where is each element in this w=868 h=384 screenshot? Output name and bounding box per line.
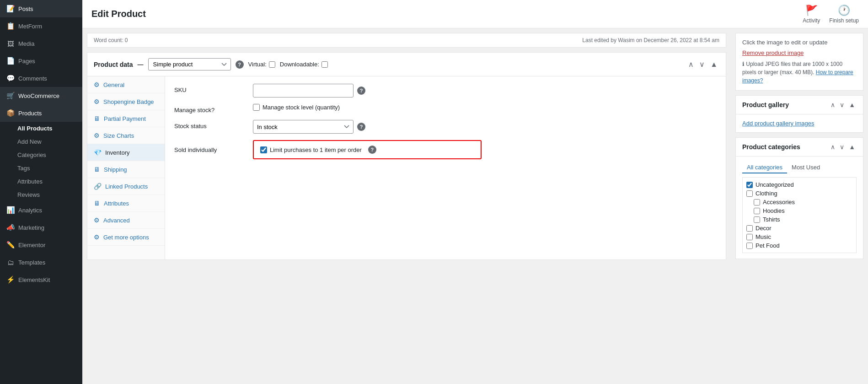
cat-checkbox-clothing[interactable]	[746, 190, 753, 197]
collapse-close-button[interactable]: ▲	[708, 59, 719, 70]
product-type-help-icon[interactable]: ?	[236, 60, 244, 69]
cat-label-uncategorized: Uncategorized	[755, 181, 794, 188]
stock-status-select[interactable]: In stock Out of stock On backorder	[253, 120, 354, 134]
remove-product-image-link[interactable]: Remove product image	[742, 49, 857, 56]
cat-item-pet-food[interactable]: Pet Food	[746, 242, 852, 249]
media-icon: 🖼	[6, 39, 15, 48]
collapse-up-button[interactable]: ∧	[686, 59, 696, 70]
linked-products-nav-icon: 🔗	[94, 183, 102, 190]
sidebar-subitem-add-new[interactable]: Add New	[0, 135, 82, 148]
nav-item-linked-products[interactable]: 🔗 Linked Products	[87, 178, 165, 195]
cat-checkbox-pet-food[interactable]	[746, 243, 753, 249]
cat-label-music: Music	[755, 233, 771, 240]
nav-item-advanced[interactable]: ⚙ Advanced	[87, 212, 165, 229]
categories-collapse-down-button[interactable]: ∨	[838, 142, 846, 151]
cat-item-uncategorized[interactable]: Uncategorized	[746, 181, 852, 188]
sidebar-item-posts[interactable]: 📝 Posts	[0, 0, 82, 17]
activity-button[interactable]: 🚩 Activity	[803, 5, 820, 24]
sold-individually-checkbox-text: Limit purchases to 1 item per order	[270, 146, 362, 153]
cat-checkbox-decor[interactable]	[746, 225, 753, 232]
nav-item-label: Attributes	[104, 200, 129, 207]
product-data-label: Product data	[94, 61, 133, 68]
sold-individually-check-label: Limit purchases to 1 item per order	[260, 146, 362, 153]
sidebar-item-label: Elementor	[18, 242, 45, 249]
collapse-down-button[interactable]: ∨	[697, 59, 707, 70]
sold-individually-checkbox[interactable]	[260, 146, 267, 153]
cat-checkbox-uncategorized[interactable]	[746, 182, 753, 188]
downloadable-checkbox[interactable]	[321, 61, 328, 68]
product-type-select[interactable]: Simple product Variable product Grouped …	[148, 58, 231, 70]
cat-item-clothing[interactable]: Clothing	[746, 190, 852, 197]
sidebar-item-marketing[interactable]: 📣 Marketing	[0, 219, 82, 236]
sidebar-subitem-reviews[interactable]: Reviews	[0, 188, 82, 201]
cat-tab-most-used[interactable]: Most Used	[787, 162, 825, 173]
nav-item-get-more-options[interactable]: ⚙ Get more options	[87, 229, 165, 246]
stock-status-help-icon[interactable]: ?	[357, 123, 365, 131]
manage-stock-checkbox-text: Manage stock level (quantity)	[263, 104, 340, 111]
nav-item-inventory[interactable]: 💎 Inventory	[87, 144, 165, 161]
add-gallery-images-link[interactable]: Add product gallery images	[742, 120, 814, 127]
nav-item-label: Linked Products	[105, 183, 148, 190]
categories-collapse-close-button[interactable]: ▲	[847, 142, 857, 151]
cat-item-accessories[interactable]: Accessories	[746, 199, 852, 206]
manage-stock-checkbox[interactable]	[253, 104, 260, 111]
activity-label: Activity	[803, 17, 820, 24]
cat-item-music[interactable]: Music	[746, 233, 852, 240]
product-image-widget: Click the image to edit or update Remove…	[735, 33, 863, 91]
sidebar-subitem-all-products[interactable]: All Products	[0, 122, 82, 135]
attributes-label: Attributes	[17, 178, 43, 185]
posts-icon: 📝	[6, 5, 15, 13]
sidebar-item-templates[interactable]: 🗂 Templates	[0, 254, 82, 271]
sidebar-item-woocommerce[interactable]: 🛒 WooCommerce	[0, 87, 82, 104]
nav-item-size-charts[interactable]: ⚙ Size Charts	[87, 127, 165, 144]
nav-item-label: Shipping	[104, 166, 127, 173]
gallery-collapse-up-button[interactable]: ∧	[829, 100, 836, 109]
finish-setup-button[interactable]: 🕐 Finish setup	[829, 5, 859, 24]
cat-checkbox-accessories[interactable]	[754, 199, 760, 206]
sidebar-item-analytics[interactable]: 📊 Analytics	[0, 201, 82, 219]
metform-icon: 📋	[6, 22, 15, 30]
sidebar-subitem-attributes[interactable]: Attributes	[0, 175, 82, 188]
nav-item-partial-payment[interactable]: 🖥 Partial Payment	[87, 110, 165, 127]
sidebar-item-comments[interactable]: 💬 Comments	[0, 70, 82, 87]
nav-item-shopengine-badge[interactable]: ⚙ Shopengine Badge	[87, 93, 165, 110]
cat-checkbox-tshirts[interactable]	[754, 216, 760, 223]
top-bar-actions: 🚩 Activity 🕐 Finish setup	[803, 5, 859, 24]
activity-icon: 🚩	[805, 5, 818, 16]
cat-label-pet-food: Pet Food	[755, 242, 780, 249]
gallery-collapse-down-button[interactable]: ∨	[838, 100, 846, 109]
sidebar-subitem-categories[interactable]: Categories	[0, 148, 82, 162]
sku-input[interactable]	[253, 84, 354, 97]
sidebar-item-label: WooCommerce	[18, 92, 59, 99]
sidebar-item-media[interactable]: 🖼 Media	[0, 35, 82, 52]
product-data-dash: —	[138, 61, 144, 68]
cat-checkbox-hoodies[interactable]	[754, 208, 760, 214]
manage-stock-checkbox-label: Manage stock level (quantity)	[253, 104, 340, 111]
cat-tab-all[interactable]: All categories	[742, 162, 787, 173]
sku-help-icon[interactable]: ?	[357, 87, 365, 95]
sidebar-item-metform[interactable]: 📋 MetForm	[0, 17, 82, 35]
marketing-icon: 📣	[6, 223, 15, 232]
sidebar-item-elementskit[interactable]: ⚡ ElementsKit	[0, 271, 82, 288]
categories-collapse-up-button[interactable]: ∧	[829, 142, 836, 151]
sidebar-item-pages[interactable]: 📄 Pages	[0, 52, 82, 70]
nav-item-shipping[interactable]: 🖥 Shipping	[87, 161, 165, 178]
nav-item-general[interactable]: ⚙ General	[87, 76, 165, 93]
sold-individually-help-icon[interactable]: ?	[368, 146, 376, 154]
cat-checkbox-music[interactable]	[746, 234, 753, 240]
cat-item-hoodies[interactable]: Hoodies	[746, 207, 852, 214]
cat-item-decor[interactable]: Decor	[746, 225, 852, 232]
sidebar-subitem-tags[interactable]: Tags	[0, 162, 82, 175]
cat-item-tshirts[interactable]: Tshirts	[746, 216, 852, 223]
product-categories-header: Product categories ∧ ∨ ▲	[736, 138, 863, 157]
gallery-collapse-close-button[interactable]: ▲	[847, 100, 857, 109]
nav-item-attributes[interactable]: 🖥 Attributes	[87, 195, 165, 212]
product-image-widget-body: Click the image to edit or update Remove…	[736, 33, 863, 90]
nav-item-label: Size Charts	[103, 132, 134, 139]
cat-label-tshirts: Tshirts	[763, 216, 780, 223]
advanced-nav-icon: ⚙	[94, 216, 100, 224]
virtual-checkbox[interactable]	[269, 61, 275, 68]
sidebar-item-elementor[interactable]: ✏️ Elementor	[0, 236, 82, 254]
sidebar-item-products[interactable]: 📦 Products	[0, 104, 82, 122]
content-area: Word count: 0 Last edited by Wasim on De…	[82, 28, 868, 384]
